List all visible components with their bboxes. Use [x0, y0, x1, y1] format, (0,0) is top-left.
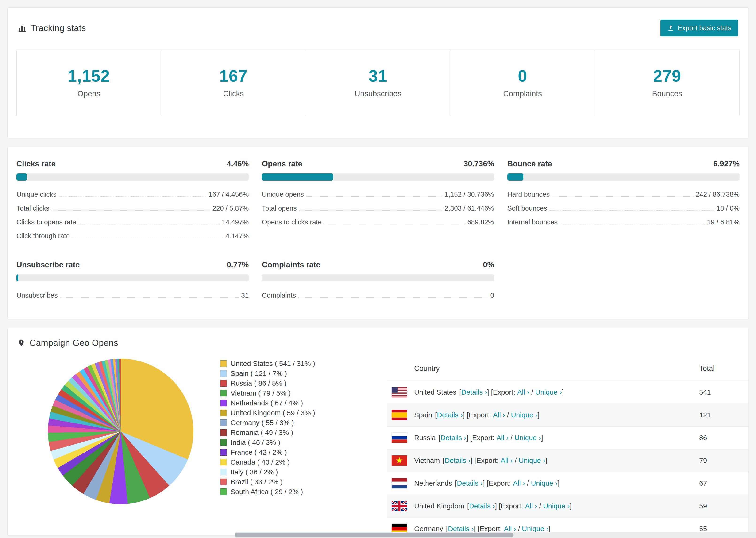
export-label: Export:: [476, 457, 501, 464]
stat-label: Bounces: [595, 89, 739, 98]
export-button-label: Export basic stats: [677, 24, 731, 32]
table-row: United States [Details ›] [Export: All ›…: [387, 381, 748, 404]
dotted-leader: [60, 297, 239, 297]
legend-item: Romania ( 49 / 3% ): [220, 429, 314, 436]
legend-item: Vietnam ( 79 / 5% ): [220, 390, 314, 397]
export-unique-link[interactable]: Unique ›: [522, 525, 549, 533]
details-link[interactable]: Details ›: [441, 434, 466, 442]
country-cell: United Kingdom [Details ›] [Export: All …: [387, 501, 699, 511]
legend-swatch: [220, 370, 227, 377]
rate-progress-fill: [17, 274, 18, 282]
country-name: United States: [414, 388, 457, 396]
country-name: United Kingdom: [414, 502, 464, 510]
export-unique-link[interactable]: Unique ›: [519, 457, 545, 464]
export-unique-link[interactable]: Unique ›: [531, 479, 557, 487]
flag-gb-icon: [392, 501, 407, 511]
stat-value: 1,152: [17, 67, 161, 85]
legend-item: India ( 46 / 3% ): [220, 439, 314, 446]
rate-stat-value: 167 / 4.456%: [208, 190, 249, 198]
legend-item: Italy ( 36 / 2% ): [220, 468, 314, 476]
bracket-open: [: [446, 525, 448, 533]
legend-label: Vietnam ( 79 / 5% ): [231, 390, 291, 397]
geo-legend: United States ( 541 / 31% )Spain ( 121 /…: [220, 359, 314, 498]
legend-label: United States ( 541 / 31% ): [231, 360, 315, 367]
legend-swatch: [220, 439, 227, 446]
legend-item: South Africa ( 29 / 2% ): [220, 488, 314, 495]
export-label: Export:: [480, 525, 504, 533]
dotted-leader: [299, 210, 442, 211]
export-all-link[interactable]: All ›: [525, 502, 537, 510]
country-cell: Netherlands [Details ›] [Export: All › /…: [387, 478, 699, 488]
details-link[interactable]: Details ›: [448, 525, 474, 533]
rate-value: 4.46%: [227, 159, 249, 168]
slash-separator: /: [505, 411, 511, 419]
stat-label: Unsubscribes: [306, 89, 450, 98]
bracket-close: ]: [569, 502, 571, 510]
rate-progress-fill: [507, 174, 523, 181]
dotted-leader: [59, 196, 206, 197]
rate-stat-value: 1,152 / 30.736%: [445, 190, 494, 198]
export-all-link[interactable]: All ›: [496, 434, 509, 442]
legend-swatch: [220, 429, 227, 436]
dotted-leader: [79, 224, 220, 224]
geo-pie-chart[interactable]: [48, 359, 193, 504]
rate-stat-label: Unique opens: [262, 190, 304, 198]
export-unique-link[interactable]: Unique ›: [511, 411, 537, 419]
details-link[interactable]: Details ›: [437, 411, 463, 419]
flag-us-icon: [392, 387, 407, 398]
details-link[interactable]: Details ›: [461, 388, 487, 396]
export-all-link[interactable]: All ›: [493, 411, 505, 419]
horizontal-scrollbar-thumb[interactable]: [235, 533, 513, 537]
export-unique-link[interactable]: Unique ›: [543, 502, 569, 510]
rate-title: Opens rate: [262, 159, 302, 168]
slash-separator: /: [516, 525, 522, 533]
legend-label: Canada ( 40 / 2% ): [231, 459, 290, 466]
rate-stat-row: Click through rate4.147%: [17, 229, 249, 243]
bracket-mid: ] [: [487, 388, 493, 396]
rate-block-clicks-rate: Clicks rate4.46%Unique clicks167 / 4.456…: [17, 159, 249, 243]
export-unique-link[interactable]: Unique ›: [535, 388, 562, 396]
export-unique-link[interactable]: Unique ›: [514, 434, 541, 442]
export-basic-stats-button[interactable]: Export basic stats: [661, 20, 738, 36]
table-row: Netherlands [Details ›] [Export: All › /…: [387, 472, 748, 495]
stat-cell-opens: 1,152Opens: [17, 50, 161, 116]
export-all-link[interactable]: All ›: [513, 479, 525, 487]
dotted-leader: [552, 196, 693, 197]
rate-stat-row: Soft bounces18 / 0%: [507, 201, 739, 215]
bracket-mid: ] [: [463, 411, 469, 419]
country-name: Russia: [414, 434, 436, 442]
flag-es-icon: [392, 410, 407, 420]
slash-separator: /: [525, 479, 531, 487]
geo-header: Campaign Geo Opens: [17, 338, 748, 348]
stat-cell-clicks: 167Clicks: [161, 50, 306, 116]
country-cell: United States [Details ›] [Export: All ›…: [387, 387, 699, 398]
export-all-link[interactable]: All ›: [517, 388, 529, 396]
legend-swatch: [220, 380, 227, 387]
bracket-close: ]: [549, 525, 550, 533]
legend-item: Russia ( 86 / 5% ): [220, 380, 314, 387]
legend-swatch: [220, 400, 227, 406]
bracket-close: ]: [558, 479, 560, 487]
bracket-open: [: [439, 434, 441, 442]
bracket-open: [: [467, 502, 469, 510]
legend-swatch: [220, 459, 227, 465]
table-row: Vietnam [Details ›] [Export: All › / Uni…: [387, 449, 748, 472]
stat-label: Complaints: [450, 89, 595, 98]
details-link[interactable]: Details ›: [457, 479, 483, 487]
bracket-mid: ] [: [483, 479, 489, 487]
dotted-leader: [72, 238, 223, 238]
total-cell: 67: [699, 479, 748, 487]
export-all-link[interactable]: All ›: [504, 525, 516, 533]
country-name: Spain: [414, 411, 432, 419]
stat-cell-bounces: 279Bounces: [595, 50, 739, 116]
legend-label: Italy ( 36 / 2% ): [231, 468, 278, 476]
export-all-link[interactable]: All ›: [501, 457, 513, 464]
legend-item: France ( 42 / 2% ): [220, 449, 314, 456]
rate-stat-value: 4.147%: [226, 232, 249, 240]
dotted-leader: [549, 210, 714, 211]
rate-stat-value: 14.497%: [222, 218, 249, 226]
table-row: Spain [Details ›] [Export: All › / Uniqu…: [387, 404, 748, 426]
rate-stat-row: Clicks to opens rate14.497%: [17, 215, 249, 229]
details-link[interactable]: Details ›: [469, 502, 495, 510]
details-link[interactable]: Details ›: [445, 457, 470, 464]
